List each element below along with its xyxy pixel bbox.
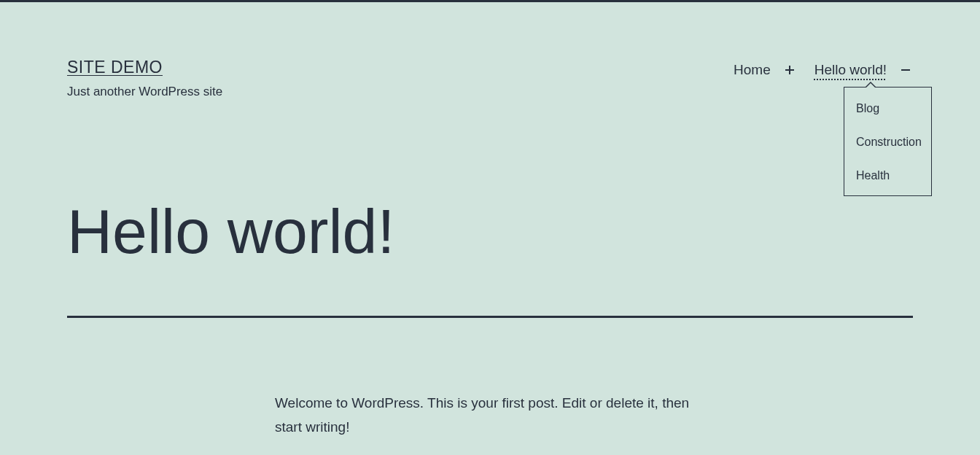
post-body: Welcome to WordPress. This is your first…	[275, 391, 705, 440]
submenu: Blog Construction Health	[844, 87, 932, 196]
minus-icon[interactable]	[898, 63, 913, 77]
submenu-item-health[interactable]: Health	[844, 159, 931, 192]
nav-item-home[interactable]: Home	[734, 62, 797, 78]
nav-label: Hello world!	[814, 62, 887, 78]
branding: SITE DEMO Just another WordPress site	[67, 58, 222, 99]
page-title: Hello world!	[67, 195, 913, 268]
site-title[interactable]: SITE DEMO	[67, 58, 222, 77]
nav-item-hello-world[interactable]: Hello world! Blog Construction Health	[814, 62, 913, 78]
site-tagline: Just another WordPress site	[67, 85, 222, 99]
site-header: SITE DEMO Just another WordPress site Ho…	[0, 2, 980, 99]
nav-label: Home	[734, 62, 771, 78]
submenu-item-construction[interactable]: Construction	[844, 125, 931, 159]
main-content: Hello world! Welcome to WordPress. This …	[0, 195, 980, 440]
submenu-item-blog[interactable]: Blog	[844, 92, 931, 125]
plus-icon[interactable]	[782, 63, 797, 77]
primary-nav: Home Hello world! Blog Construction Heal…	[716, 62, 913, 78]
divider	[67, 316, 913, 318]
